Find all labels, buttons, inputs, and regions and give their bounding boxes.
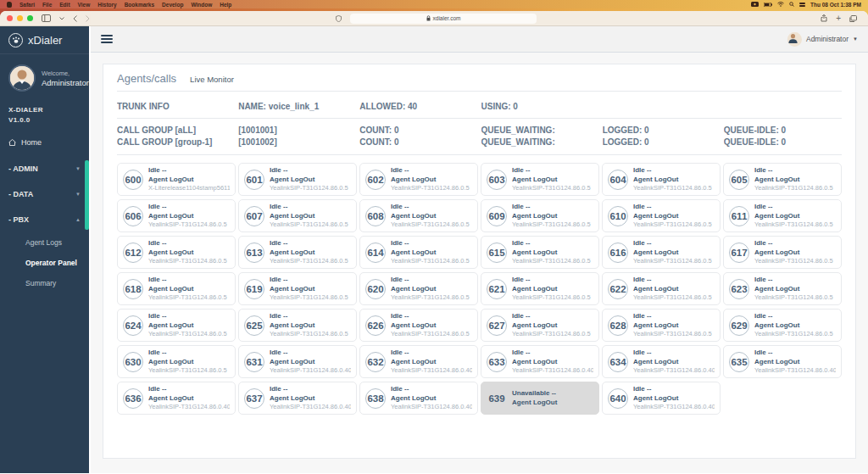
search-icon[interactable] (789, 2, 794, 7)
agent-extension: 635 (729, 352, 749, 372)
tab-live-monitor[interactable]: Live Monitor (190, 75, 234, 84)
menu-item-help[interactable]: Help (220, 2, 231, 8)
agent-cell[interactable]: 636Idle --Agent LogOutYealinkSIP-T31G124… (117, 382, 236, 415)
menu-item-file[interactable]: File (42, 2, 52, 8)
agent-cell[interactable]: 606Idle --Agent LogOutYealinkSIP-T31G124… (117, 199, 236, 232)
agent-cell[interactable]: 638Idle --Agent LogOutYealinkSIP-T31G124… (359, 382, 478, 415)
menu-item-history[interactable]: History (97, 2, 116, 8)
agent-cell[interactable]: 610Idle --Agent LogOutYealinkSIP-T31G124… (602, 199, 721, 232)
agent-cell[interactable]: 601Idle --Agent LogOutYealinkSIP-T31G124… (238, 163, 357, 196)
user-menu[interactable]: Administrator ▼ (787, 32, 858, 47)
menu-item-view[interactable]: View (78, 2, 91, 8)
sidebar-toggle-icon[interactable] (42, 14, 51, 22)
agent-cell[interactable]: 602Idle --Agent LogOutYealinkSIP-T31G124… (359, 163, 478, 196)
agent-cell[interactable]: 608Idle --Agent LogOutYealinkSIP-T31G124… (359, 199, 478, 232)
agent-cell[interactable]: 603Idle --Agent LogOutYealinkSIP-T31G124… (481, 163, 599, 196)
agent-cell[interactable]: 639Unavailable --Agent LogOut (481, 382, 599, 415)
agent-cell[interactable]: 631Idle --Agent LogOutYealinkSIP-T31G124… (238, 345, 357, 378)
back-button[interactable] (73, 15, 77, 22)
agent-device: YealinkSIP-T31G124.86.0.5 (512, 220, 591, 229)
share-icon[interactable] (821, 14, 827, 22)
agent-cell[interactable]: 614Idle --Agent LogOutYealinkSIP-T31G124… (359, 236, 478, 269)
wifi-icon[interactable] (777, 2, 784, 7)
agent-cell[interactable]: 625Idle --Agent LogOutYealinkSIP-T31G124… (238, 309, 357, 342)
agent-cell[interactable]: 620Idle --Agent LogOutYealinkSIP-T31G124… (359, 272, 478, 305)
tab-overview-icon[interactable] (849, 15, 857, 22)
agent-cell[interactable]: 630Idle --Agent LogOutYealinkSIP-T31G124… (117, 345, 236, 378)
agent-cell[interactable]: 621Idle --Agent LogOutYealinkSIP-T31G124… (481, 272, 599, 305)
sidebar-scrollbar[interactable] (85, 160, 89, 230)
agent-cell[interactable]: 616Idle --Agent LogOutYealinkSIP-T31G124… (602, 236, 721, 269)
agent-cell[interactable]: 629Idle --Agent LogOutYealinkSIP-T31G124… (723, 309, 842, 342)
sidebar-item-pbx[interactable]: - PBX▲ (0, 207, 89, 232)
menu-item-edit[interactable]: Edit (59, 2, 70, 8)
minimize-window-button[interactable] (17, 15, 23, 21)
agent-status: Idle -- (270, 385, 351, 393)
agent-cell[interactable]: 624Idle --Agent LogOutYealinkSIP-T31G124… (117, 309, 236, 342)
sidebar-item-home[interactable]: Home (0, 129, 89, 156)
agent-cell[interactable]: 632Idle --Agent LogOutYealinkSIP-T31G124… (359, 345, 478, 378)
address-bar[interactable]: xdialer.com (350, 14, 537, 24)
control-center-icon[interactable] (799, 3, 805, 7)
agent-cell[interactable]: 627Idle --Agent LogOutYealinkSIP-T31G124… (481, 309, 599, 342)
agent-cell[interactable]: 626Idle --Agent LogOutYealinkSIP-T31G124… (359, 309, 478, 342)
agent-cell[interactable]: 617Idle --Agent LogOutYealinkSIP-T31G124… (723, 236, 842, 269)
agent-extension: 633 (487, 352, 507, 372)
agent-device: YealinkSIP-T31G124.86.0.5 (148, 366, 227, 375)
topnav-username: Administrator (806, 35, 849, 43)
agent-extension: 622 (608, 279, 628, 299)
forward-button[interactable] (86, 15, 90, 22)
fullscreen-window-button[interactable] (27, 15, 33, 21)
agent-cell[interactable]: 635Idle --Agent LogOutYealinkSIP-T31G124… (723, 345, 842, 378)
agent-cell[interactable]: 609Idle --Agent LogOutYealinkSIP-T31G124… (481, 199, 599, 232)
privacy-shield-icon[interactable] (336, 15, 342, 22)
menubar-clock[interactable]: Thu 08 Oct 1:38 PM (810, 2, 861, 8)
agent-status: Idle -- (754, 203, 833, 211)
tab-group-chevron-icon[interactable] (59, 17, 64, 20)
home-icon (8, 139, 16, 146)
agent-cell[interactable]: 611Idle --Agent LogOutYealinkSIP-T31G124… (723, 199, 842, 232)
content-area: Agents/calls Live Monitor TRUNK INFONAME… (91, 53, 868, 473)
agent-cell[interactable]: 619Idle --Agent LogOutYealinkSIP-T31G124… (238, 272, 357, 305)
agent-cell[interactable]: 640Idle --Agent LogOutYealinkSIP-T31G124… (602, 382, 721, 415)
apple-menu-icon[interactable] (7, 2, 12, 8)
agent-cell[interactable]: 604Idle --Agent LogOutYealinkSIP-T31G124… (602, 163, 721, 196)
close-window-button[interactable] (7, 15, 13, 21)
menu-item-bookmarks[interactable]: Bookmarks (125, 2, 154, 8)
screen-record-icon[interactable] (751, 2, 759, 7)
agent-cell[interactable]: 618Idle --Agent LogOutYealinkSIP-T31G124… (117, 272, 236, 305)
sidebar-item-summary[interactable]: Summary (0, 273, 89, 293)
agent-cell[interactable]: 615Idle --Agent LogOutYealinkSIP-T31G124… (481, 236, 599, 269)
app-logo[interactable]: xDialer (0, 26, 89, 54)
agent-cell[interactable]: 634Idle --Agent LogOutYealinkSIP-T31G124… (602, 345, 721, 378)
agent-cell[interactable]: 633Idle --Agent LogOutYealinkSIP-T31G124… (481, 345, 599, 378)
menu-toggle-icon[interactable] (101, 35, 113, 43)
agent-cell[interactable]: 622Idle --Agent LogOutYealinkSIP-T31G124… (602, 272, 721, 305)
menu-item-safari[interactable]: Safari (19, 2, 35, 8)
agent-cell[interactable]: 612Idle --Agent LogOutYealinkSIP-T31G124… (117, 236, 236, 269)
agent-extension: 637 (244, 388, 264, 409)
agent-cell[interactable]: 613Idle --Agent LogOutYealinkSIP-T31G124… (238, 236, 357, 269)
sidebar-profile: Welcome, Administrator (0, 54, 89, 97)
agent-action: Agent LogOut (148, 321, 227, 330)
sidebar-item-operator-panel[interactable]: Operator Panel (0, 253, 89, 273)
sidebar-item-data[interactable]: - DATA▼ (0, 181, 89, 207)
battery-icon[interactable] (764, 3, 772, 7)
address-url: xdialer.com (433, 15, 461, 21)
call-group-cell: QUEUE-IDLE: 0 (724, 137, 842, 147)
agent-extension: 626 (365, 315, 386, 336)
agent-cell[interactable]: 600Idle --Agent LogOutX-Literelease1104s… (117, 163, 236, 196)
agent-cell[interactable]: 605Idle --Agent LogOutYealinkSIP-T31G124… (723, 163, 842, 196)
agent-cell[interactable]: 623Idle --Agent LogOutYealinkSIP-T31G124… (723, 272, 842, 305)
agent-cell-lines: Idle --Agent LogOutYealinkSIP-T31G124.86… (270, 312, 348, 338)
agent-cell[interactable]: 637Idle --Agent LogOutYealinkSIP-T31G124… (238, 382, 357, 415)
sidebar-item-admin[interactable]: - ADMIN▼ (0, 156, 89, 181)
agent-status: Idle -- (391, 312, 470, 321)
agent-cell[interactable]: 628Idle --Agent LogOutYealinkSIP-T31G124… (602, 309, 721, 342)
sidebar-item-agent-logs[interactable]: Agent Logs (0, 232, 89, 253)
new-tab-button[interactable]: + (836, 14, 841, 23)
menu-item-develop[interactable]: Develop (162, 2, 183, 8)
agent-cell[interactable]: 607Idle --Agent LogOutYealinkSIP-T31G124… (238, 199, 357, 232)
agent-action: Agent LogOut (391, 176, 470, 184)
menu-item-window[interactable]: Window (191, 2, 212, 8)
